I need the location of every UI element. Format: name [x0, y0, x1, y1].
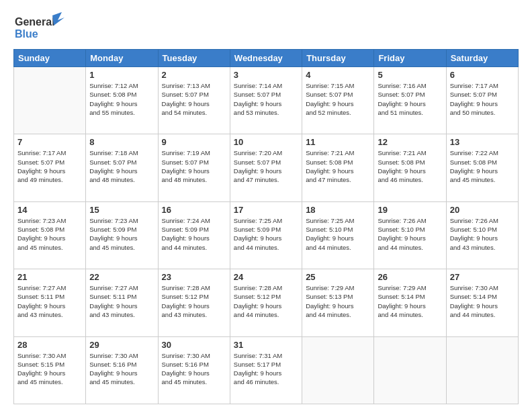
page: GeneralBlue SundayMondayTuesdayWednesday…: [0, 0, 532, 411]
day-info: Sunrise: 7:30 AM Sunset: 5:14 PM Dayligh…: [450, 283, 515, 319]
calendar-cell: 25Sunrise: 7:29 AM Sunset: 5:13 PM Dayli…: [302, 269, 374, 336]
day-number: 12: [378, 137, 442, 147]
day-info: Sunrise: 7:24 AM Sunset: 5:09 PM Dayligh…: [162, 216, 226, 252]
day-info: Sunrise: 7:12 AM Sunset: 5:08 PM Dayligh…: [89, 81, 154, 117]
day-number: 27: [450, 272, 515, 282]
day-number: 1: [89, 70, 154, 80]
day-info: Sunrise: 7:26 AM Sunset: 5:10 PM Dayligh…: [450, 216, 515, 252]
svg-text:General: General: [15, 16, 55, 28]
day-info: Sunrise: 7:26 AM Sunset: 5:10 PM Dayligh…: [378, 216, 442, 252]
day-number: 8: [89, 137, 154, 147]
day-number: 21: [17, 272, 82, 282]
calendar-cell: 28Sunrise: 7:30 AM Sunset: 5:15 PM Dayli…: [14, 336, 86, 404]
calendar-day-header: Thursday: [302, 50, 374, 67]
day-info: Sunrise: 7:20 AM Sunset: 5:07 PM Dayligh…: [234, 148, 298, 184]
calendar-cell: 26Sunrise: 7:29 AM Sunset: 5:14 PM Dayli…: [374, 269, 446, 336]
day-number: 10: [234, 137, 298, 147]
calendar-day-header: Monday: [86, 50, 158, 67]
day-info: Sunrise: 7:22 AM Sunset: 5:08 PM Dayligh…: [450, 148, 515, 184]
day-info: Sunrise: 7:29 AM Sunset: 5:13 PM Dayligh…: [306, 283, 370, 319]
calendar-cell: 13Sunrise: 7:22 AM Sunset: 5:08 PM Dayli…: [446, 134, 518, 201]
day-number: 3: [234, 70, 298, 80]
day-info: Sunrise: 7:21 AM Sunset: 5:08 PM Dayligh…: [378, 148, 442, 184]
day-number: 20: [450, 205, 515, 215]
day-number: 14: [17, 205, 82, 215]
calendar-cell: 8Sunrise: 7:18 AM Sunset: 5:07 PM Daylig…: [86, 134, 158, 201]
day-number: 26: [378, 272, 442, 282]
calendar-cell: 21Sunrise: 7:27 AM Sunset: 5:11 PM Dayli…: [14, 269, 86, 336]
day-info: Sunrise: 7:15 AM Sunset: 5:07 PM Dayligh…: [306, 81, 370, 117]
day-info: Sunrise: 7:27 AM Sunset: 5:11 PM Dayligh…: [17, 283, 82, 319]
day-number: 11: [306, 137, 370, 147]
svg-text:Blue: Blue: [15, 28, 38, 40]
day-number: 30: [162, 340, 226, 350]
calendar-cell: 30Sunrise: 7:30 AM Sunset: 5:16 PM Dayli…: [158, 336, 230, 404]
calendar-cell: 4Sunrise: 7:15 AM Sunset: 5:07 PM Daylig…: [302, 67, 374, 134]
calendar-cell: 17Sunrise: 7:25 AM Sunset: 5:09 PM Dayli…: [230, 201, 302, 269]
calendar-cell: 15Sunrise: 7:23 AM Sunset: 5:09 PM Dayli…: [86, 201, 158, 269]
day-info: Sunrise: 7:27 AM Sunset: 5:11 PM Dayligh…: [89, 283, 154, 319]
day-number: 5: [378, 70, 442, 80]
day-number: 28: [17, 340, 82, 350]
day-number: 31: [234, 340, 298, 350]
day-number: 9: [162, 137, 226, 147]
day-info: Sunrise: 7:18 AM Sunset: 5:07 PM Dayligh…: [89, 148, 154, 184]
day-info: Sunrise: 7:30 AM Sunset: 5:15 PM Dayligh…: [17, 351, 82, 387]
day-info: Sunrise: 7:30 AM Sunset: 5:16 PM Dayligh…: [162, 351, 226, 387]
day-info: Sunrise: 7:31 AM Sunset: 5:17 PM Dayligh…: [234, 351, 298, 387]
calendar-cell: 23Sunrise: 7:28 AM Sunset: 5:12 PM Dayli…: [158, 269, 230, 336]
calendar-cell: 14Sunrise: 7:23 AM Sunset: 5:08 PM Dayli…: [14, 201, 86, 269]
day-number: 23: [162, 272, 226, 282]
day-info: Sunrise: 7:17 AM Sunset: 5:07 PM Dayligh…: [450, 81, 515, 117]
logo: GeneralBlue: [13, 12, 67, 42]
calendar-table: SundayMondayTuesdayWednesdayThursdayFrid…: [13, 49, 519, 404]
calendar-cell: 24Sunrise: 7:28 AM Sunset: 5:12 PM Dayli…: [230, 269, 302, 336]
day-number: 13: [450, 137, 515, 147]
logo-svg: GeneralBlue: [13, 12, 67, 42]
calendar-cell: 29Sunrise: 7:30 AM Sunset: 5:16 PM Dayli…: [86, 336, 158, 404]
day-info: Sunrise: 7:21 AM Sunset: 5:08 PM Dayligh…: [306, 148, 370, 184]
day-info: Sunrise: 7:16 AM Sunset: 5:07 PM Dayligh…: [378, 81, 442, 117]
calendar-day-header: Tuesday: [158, 50, 230, 67]
calendar-cell: 18Sunrise: 7:25 AM Sunset: 5:10 PM Dayli…: [302, 201, 374, 269]
day-info: Sunrise: 7:25 AM Sunset: 5:10 PM Dayligh…: [306, 216, 370, 252]
calendar-cell: 31Sunrise: 7:31 AM Sunset: 5:17 PM Dayli…: [230, 336, 302, 404]
calendar-week-row: 14Sunrise: 7:23 AM Sunset: 5:08 PM Dayli…: [14, 201, 519, 269]
calendar-week-row: 1Sunrise: 7:12 AM Sunset: 5:08 PM Daylig…: [14, 67, 519, 134]
calendar-header-row: SundayMondayTuesdayWednesdayThursdayFrid…: [14, 50, 519, 67]
day-number: 24: [234, 272, 298, 282]
day-info: Sunrise: 7:13 AM Sunset: 5:07 PM Dayligh…: [162, 81, 226, 117]
day-number: 17: [234, 205, 298, 215]
calendar-cell: 7Sunrise: 7:17 AM Sunset: 5:07 PM Daylig…: [14, 134, 86, 201]
calendar-cell: 20Sunrise: 7:26 AM Sunset: 5:10 PM Dayli…: [446, 201, 518, 269]
calendar-cell: 27Sunrise: 7:30 AM Sunset: 5:14 PM Dayli…: [446, 269, 518, 336]
svg-marker-2: [52, 12, 64, 26]
calendar-cell: 3Sunrise: 7:14 AM Sunset: 5:07 PM Daylig…: [230, 67, 302, 134]
day-number: 6: [450, 70, 515, 80]
calendar-cell: [374, 336, 446, 404]
calendar-cell: [302, 336, 374, 404]
calendar-cell: 22Sunrise: 7:27 AM Sunset: 5:11 PM Dayli…: [86, 269, 158, 336]
calendar-cell: 1Sunrise: 7:12 AM Sunset: 5:08 PM Daylig…: [86, 67, 158, 134]
calendar-day-header: Wednesday: [230, 50, 302, 67]
day-number: 18: [306, 205, 370, 215]
header: GeneralBlue: [13, 12, 519, 42]
calendar-day-header: Saturday: [446, 50, 518, 67]
day-number: 25: [306, 272, 370, 282]
day-number: 2: [162, 70, 226, 80]
calendar-cell: 6Sunrise: 7:17 AM Sunset: 5:07 PM Daylig…: [446, 67, 518, 134]
day-info: Sunrise: 7:17 AM Sunset: 5:07 PM Dayligh…: [17, 148, 82, 184]
day-info: Sunrise: 7:28 AM Sunset: 5:12 PM Dayligh…: [162, 283, 226, 319]
day-number: 16: [162, 205, 226, 215]
day-info: Sunrise: 7:25 AM Sunset: 5:09 PM Dayligh…: [234, 216, 298, 252]
calendar-cell: [446, 336, 518, 404]
day-info: Sunrise: 7:29 AM Sunset: 5:14 PM Dayligh…: [378, 283, 442, 319]
calendar-week-row: 7Sunrise: 7:17 AM Sunset: 5:07 PM Daylig…: [14, 134, 519, 201]
day-info: Sunrise: 7:19 AM Sunset: 5:07 PM Dayligh…: [162, 148, 226, 184]
calendar-cell: 9Sunrise: 7:19 AM Sunset: 5:07 PM Daylig…: [158, 134, 230, 201]
day-number: 29: [89, 340, 154, 350]
day-info: Sunrise: 7:23 AM Sunset: 5:08 PM Dayligh…: [17, 216, 82, 252]
calendar-cell: 19Sunrise: 7:26 AM Sunset: 5:10 PM Dayli…: [374, 201, 446, 269]
day-number: 22: [89, 272, 154, 282]
calendar-cell: 2Sunrise: 7:13 AM Sunset: 5:07 PM Daylig…: [158, 67, 230, 134]
